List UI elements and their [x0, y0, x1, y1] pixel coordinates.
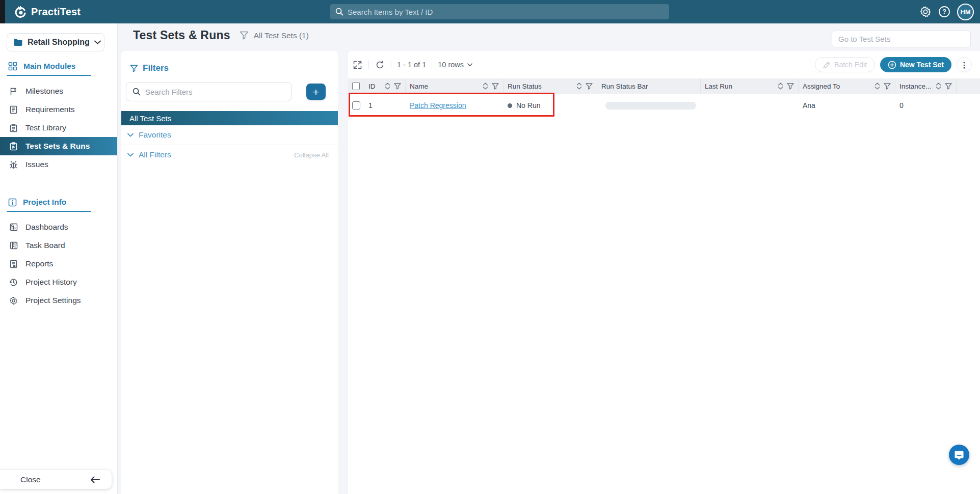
active-filter-scope: All Test Sets (1) — [254, 31, 309, 40]
document-icon — [9, 105, 18, 114]
column-header-last-run[interactable]: Last Run — [701, 78, 799, 94]
sidebar: Retail Shopping Main Modules Milestones — [0, 23, 118, 494]
sort-icon[interactable] — [936, 83, 941, 90]
arrow-left-icon — [90, 476, 100, 483]
new-test-set-button[interactable]: New Test Set — [880, 57, 951, 72]
dashboard-icon — [9, 223, 18, 231]
filter-group-all-filters[interactable]: All Filters Collapse All — [121, 145, 338, 164]
topbar: PractiTest ? HM — [0, 0, 980, 23]
batch-edit-label: Batch Edit — [834, 61, 867, 69]
sidebar-item-reports[interactable]: Reports — [0, 255, 117, 273]
sidebar-collapse-button[interactable]: Close — [0, 470, 112, 489]
row-checkbox[interactable] — [352, 101, 360, 109]
sidebar-item-label: Test Library — [25, 123, 66, 132]
chevron-down-icon — [127, 133, 134, 137]
row-name-cell: Patch Regression — [406, 101, 504, 109]
column-filter-funnel-icon[interactable] — [492, 83, 499, 90]
filter-group-favorites[interactable]: Favorites — [121, 125, 338, 145]
column-filter-funnel-icon[interactable] — [394, 83, 401, 90]
column-header-assigned-to[interactable]: Assigned To — [799, 78, 895, 94]
sort-icon[interactable] — [778, 83, 783, 90]
table-toolbar: 1 - 1 of 1 10 rows Batch Edit — [348, 51, 980, 78]
sort-icon[interactable] — [483, 83, 488, 90]
column-header-id[interactable]: ID — [364, 78, 406, 94]
more-actions-kebab-icon[interactable]: ⋮ — [957, 57, 972, 72]
app: PractiTest ? HM Ret — [0, 0, 980, 494]
column-label: Assigned To — [803, 83, 840, 90]
chat-support-button[interactable] — [949, 445, 969, 465]
clipboard-play-icon — [9, 142, 18, 151]
sidebar-item-label: Project History — [25, 278, 77, 287]
sidebar-item-milestones[interactable]: Milestones — [0, 82, 117, 100]
goto-test-sets-input[interactable] — [832, 31, 971, 47]
sidebar-item-label: Reports — [25, 259, 53, 268]
test-set-link[interactable]: Patch Regression — [410, 101, 466, 109]
add-filter-button[interactable]: + — [306, 84, 326, 100]
clipboard-icon — [9, 124, 18, 132]
section-underline — [7, 211, 91, 212]
filter-all-test-sets[interactable]: All Test Sets — [121, 111, 338, 125]
select-all-cell — [348, 78, 364, 94]
row-run-status-cell: No Run — [504, 101, 597, 109]
column-label: Run Status Bar — [601, 83, 648, 90]
page-header: Test Sets & Runs All Test Sets (1) — [118, 23, 980, 47]
column-label: ID — [368, 83, 376, 90]
close-label: Close — [20, 475, 41, 484]
run-status-label: No Run — [516, 101, 540, 109]
sidebar-item-label: Requirements — [25, 105, 75, 114]
filters-search-box[interactable] — [126, 82, 292, 101]
sidebar-item-dashboards[interactable]: Dashboards — [0, 218, 117, 236]
gear-icon — [9, 296, 18, 305]
global-search[interactable] — [330, 4, 669, 19]
column-filter-funnel-icon[interactable] — [945, 83, 952, 90]
filters-title: Filters — [121, 51, 338, 73]
brand-logo[interactable]: PractiTest — [14, 5, 81, 19]
user-avatar[interactable]: HM — [957, 4, 974, 20]
sidebar-item-test-sets-runs[interactable]: Test Sets & Runs — [0, 137, 117, 155]
sidebar-item-requirements[interactable]: Requirements — [0, 100, 117, 119]
row-id-cell: 1 — [364, 101, 406, 109]
project-folder-icon — [13, 38, 23, 46]
sidebar-item-task-board[interactable]: Task Board — [0, 236, 117, 255]
test-sets-table-panel: 1 - 1 of 1 10 rows Batch Edit — [348, 51, 980, 494]
sort-icon[interactable] — [576, 83, 582, 90]
sidebar-nav: Main Modules Milestones Requirements Te — [0, 61, 117, 310]
filters-search-input[interactable] — [145, 88, 285, 96]
column-filter-funnel-icon[interactable] — [586, 83, 593, 90]
select-all-checkbox[interactable] — [352, 82, 360, 90]
column-header-name[interactable]: Name — [406, 78, 504, 94]
column-header-run-status-bar[interactable]: Run Status Bar — [597, 78, 701, 94]
pagination-range: 1 - 1 of 1 — [397, 61, 426, 69]
sort-icon[interactable] — [385, 83, 390, 90]
collapse-all-button[interactable]: Collapse All — [294, 151, 329, 159]
column-filter-funnel-icon[interactable] — [787, 83, 794, 90]
sidebar-item-project-settings[interactable]: Project Settings — [0, 291, 117, 310]
refresh-icon[interactable] — [375, 61, 385, 69]
sidebar-item-label: Milestones — [25, 87, 63, 96]
project-selector[interactable]: Retail Shopping — [7, 33, 104, 51]
help-icon[interactable]: ? — [938, 6, 950, 18]
sidebar-item-label: Dashboards — [25, 223, 68, 232]
search-icon — [335, 8, 343, 16]
expand-table-icon[interactable] — [352, 61, 363, 69]
sort-icon[interactable] — [875, 83, 880, 90]
sidebar-item-test-library[interactable]: Test Library — [0, 119, 117, 137]
page-title: Test Sets & Runs — [133, 29, 230, 42]
table-row[interactable]: 1 Patch Regression No Run Ana 0 — [348, 94, 980, 117]
settings-gear-icon[interactable] — [919, 6, 932, 18]
no-run-status-dot — [508, 103, 512, 108]
chat-bubble-icon — [954, 450, 964, 460]
funnel-icon — [130, 65, 138, 72]
section-label: Project Info — [23, 198, 66, 207]
sidebar-item-issues[interactable]: Issues — [0, 155, 117, 174]
column-header-filler — [957, 78, 980, 94]
sidebar-item-project-history[interactable]: Project History — [0, 273, 117, 291]
global-search-input[interactable] — [348, 8, 664, 16]
rows-per-page-select[interactable]: 10 rows — [438, 61, 472, 69]
column-filter-funnel-icon[interactable] — [884, 83, 891, 90]
column-header-run-status[interactable]: Run Status — [504, 78, 597, 94]
filters-search-row: + — [126, 82, 333, 101]
column-header-instances[interactable]: Instance... — [895, 78, 957, 94]
batch-edit-button[interactable]: Batch Edit — [815, 57, 875, 72]
row-assigned-to-cell: Ana — [799, 101, 895, 109]
